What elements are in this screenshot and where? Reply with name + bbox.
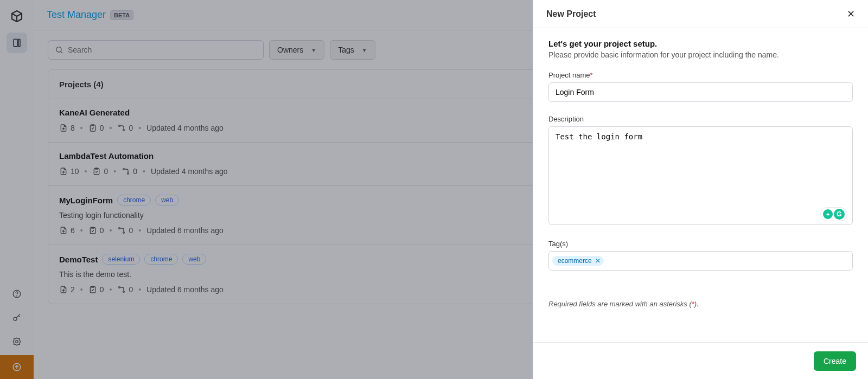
suggestion-icon: ✦	[823, 209, 833, 219]
drawer-body: Let's get your project setup. Please pro…	[533, 28, 868, 342]
drawer-lead-sub: Please provide basic information for you…	[548, 50, 853, 59]
grammarly-icon: G	[834, 209, 845, 220]
drawer-header: New Project ✕	[533, 0, 868, 28]
project-name-label: Project name*	[548, 71, 853, 79]
grammarly-widget[interactable]: ✦ G	[820, 207, 847, 221]
tags-input[interactable]: ecommerce ✕	[548, 251, 853, 271]
project-name-input[interactable]	[548, 82, 853, 102]
drawer-lead: Let's get your project setup.	[548, 39, 853, 48]
close-icon[interactable]: ✕	[847, 8, 855, 20]
tags-label: Tag(s)	[548, 240, 853, 248]
tag-chip-ecommerce: ecommerce ✕	[552, 256, 604, 266]
description-input[interactable]	[548, 126, 853, 225]
new-project-drawer: New Project ✕ Let's get your project set…	[533, 0, 868, 379]
project-name-field: Project name*	[548, 71, 853, 102]
required-note: Required fields are marked with an aster…	[548, 300, 853, 308]
tags-field: Tag(s) ecommerce ✕	[548, 240, 853, 271]
drawer-title: New Project	[546, 9, 596, 19]
required-asterisk: *	[590, 71, 593, 79]
description-field: Description ✦ G	[548, 115, 853, 227]
description-label: Description	[548, 115, 853, 123]
drawer-footer: Create	[533, 342, 868, 379]
create-button[interactable]: Create	[814, 351, 856, 371]
remove-tag-icon[interactable]: ✕	[595, 257, 601, 265]
